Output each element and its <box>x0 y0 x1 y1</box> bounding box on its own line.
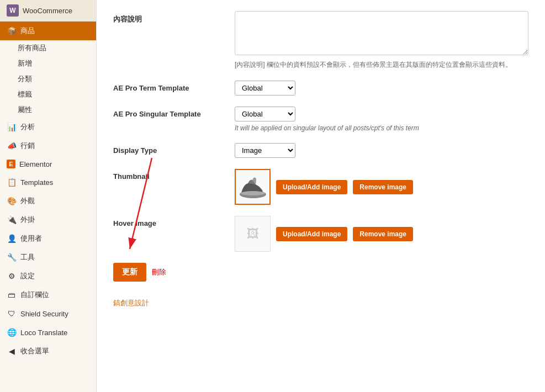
content-desc-control: [內容說明] 欄位中的資料預設不會顯示，但有些佈景主題在其版面的特定位置會顯示這… <box>235 11 528 70</box>
thumbnail-image-box <box>235 169 271 205</box>
users-icon: 👤 <box>7 234 17 243</box>
ae-pro-singular-row: AE Pro Singular Template Global It will … <box>113 107 528 132</box>
sidebar-item-shield-security[interactable]: 🛡 Shield Security <box>0 304 96 323</box>
sidebar-item-tags[interactable]: 標籤 <box>7 87 96 102</box>
display-type-row: Display Type Image <box>113 143 528 158</box>
sidebar-item-loco-translate[interactable]: 🌐 Loco Translate <box>0 323 96 342</box>
sidebar-item-elementor[interactable]: E Elementor <box>0 155 96 173</box>
hover-image-control: 🖼 Upload/Add image Remove image <box>235 216 528 252</box>
sidebar-item-settings[interactable]: ⚙ 設定 <box>0 267 96 285</box>
sidebar-plugins-label: 外掛 <box>20 215 35 225</box>
ae-pro-singular-select[interactable]: Global <box>235 107 295 121</box>
hover-remove-image-button[interactable]: Remove image <box>353 227 413 241</box>
collapse-icon: ◀ <box>7 346 17 356</box>
thumbnail-row: Thumbnail Upload/Add image Remove image <box>113 169 528 205</box>
hover-image-area: 🖼 Upload/Add image Remove image <box>235 216 528 252</box>
woocommerce-label: WooCommerce <box>23 7 72 15</box>
sidebar-analytics-label: 分析 <box>20 122 35 132</box>
shield-security-icon: 🛡 <box>7 309 17 319</box>
sidebar-item-collapse[interactable]: ◀ 收合選單 <box>0 342 96 361</box>
footer-row: 鎬創意設計 <box>113 298 528 308</box>
sidebar-item-plugins[interactable]: 🔌 外掛 <box>0 210 96 229</box>
products-icon: 📦 <box>7 26 17 36</box>
sidebar-shield-label: Shield Security <box>20 310 68 318</box>
products-submenu: 所有商品 新增 分類 標籤 屬性 <box>0 40 96 118</box>
sidebar-custom-fields-label: 自訂欄位 <box>20 290 49 300</box>
ae-pro-term-select[interactable]: Global <box>235 81 295 96</box>
sidebar-item-marketing[interactable]: 📣 行銷 <box>0 136 96 155</box>
display-type-select[interactable]: Image <box>235 143 295 158</box>
svg-point-1 <box>241 191 265 195</box>
sidebar-tools-label: 工具 <box>20 252 35 262</box>
marketing-icon: 📣 <box>7 141 17 151</box>
display-type-control: Image <box>235 143 528 158</box>
hover-image-box: 🖼 <box>235 216 271 252</box>
sidebar-item-products[interactable]: 📦 商品 <box>0 22 96 40</box>
remove-image-button[interactable]: Remove image <box>353 180 413 194</box>
sidebar-loco-label: Loco Translate <box>20 329 67 337</box>
tools-icon: 🔧 <box>7 252 17 262</box>
sidebar: W WooCommerce 📦 商品 所有商品 新增 分類 標籤 屬性 📊 分析… <box>0 0 97 392</box>
templates-icon: 📋 <box>7 177 17 187</box>
analytics-icon: 📊 <box>7 122 17 132</box>
ae-pro-term-row: AE Pro Term Template Global <box>113 81 528 96</box>
sidebar-item-attributes[interactable]: 屬性 <box>7 102 96 118</box>
sidebar-item-appearance[interactable]: 🎨 外觀 <box>0 192 96 210</box>
main-content: 內容說明 [內容說明] 欄位中的資料預設不會顯示，但有些佈景主題在其版面的特定位… <box>97 0 545 392</box>
ae-pro-term-control: Global <box>235 81 528 96</box>
plugins-icon: 🔌 <box>7 215 17 225</box>
sidebar-item-analytics[interactable]: 📊 分析 <box>0 118 96 136</box>
sidebar-collapse-label: 收合選單 <box>20 346 49 356</box>
sidebar-appearance-label: 外觀 <box>20 196 35 206</box>
hover-image-label: Hover Image <box>113 216 235 227</box>
sidebar-item-add-new[interactable]: 新增 <box>7 56 96 71</box>
sidebar-item-categories[interactable]: 分類 <box>7 71 96 87</box>
elementor-icon: E <box>7 160 15 168</box>
update-button[interactable]: 更新 <box>113 263 146 282</box>
sidebar-item-custom-fields[interactable]: 🗃 自訂欄位 <box>0 285 96 304</box>
sidebar-templates-label: Templates <box>20 178 53 187</box>
delete-link[interactable]: 刪除 <box>152 267 166 277</box>
sidebar-item-tools[interactable]: 🔧 工具 <box>0 248 96 267</box>
sidebar-marketing-label: 行銷 <box>20 141 35 151</box>
loco-translate-icon: 🌐 <box>7 327 17 337</box>
thumbnail-control: Upload/Add image Remove image <box>235 169 528 205</box>
shoe-image <box>237 173 269 201</box>
custom-fields-icon: 🗃 <box>7 290 17 300</box>
thumbnail-label: Thumbnail <box>113 169 235 181</box>
hover-image-row: Hover Image 🖼 Upload/Add image Remove im… <box>113 216 528 252</box>
sidebar-item-all-products[interactable]: 所有商品 <box>7 40 96 56</box>
content-desc-row: 內容說明 [內容說明] 欄位中的資料預設不會顯示，但有些佈景主題在其版面的特定位… <box>113 11 528 70</box>
sidebar-item-templates[interactable]: 📋 Templates <box>0 173 96 192</box>
woocommerce-logo: W <box>7 4 19 17</box>
upload-add-image-button[interactable]: Upload/Add image <box>276 180 347 194</box>
ae-pro-term-label: AE Pro Term Template <box>113 81 235 92</box>
hover-upload-add-image-button[interactable]: Upload/Add image <box>276 227 347 241</box>
settings-icon: ⚙ <box>7 271 17 281</box>
sidebar-users-label: 使用者 <box>20 234 42 243</box>
ae-pro-singular-label: AE Pro Singular Template <box>113 107 235 118</box>
ae-pro-singular-control: Global It will be applied on singular la… <box>235 107 528 132</box>
content-desc-hint: [內容說明] 欄位中的資料預設不會顯示，但有些佈景主題在其版面的特定位置會顯示這… <box>235 60 528 70</box>
hover-placeholder-icon: 🖼 <box>247 227 259 241</box>
ae-pro-singular-note: It will be applied on singular layout of… <box>235 124 528 132</box>
woocommerce-header[interactable]: W WooCommerce <box>0 0 96 22</box>
appearance-icon: 🎨 <box>7 196 17 206</box>
sidebar-products-label: 商品 <box>20 26 35 36</box>
display-type-label: Display Type <box>113 143 235 155</box>
sidebar-settings-label: 設定 <box>20 271 35 281</box>
action-row: 更新 刪除 <box>113 263 528 282</box>
sidebar-elementor-label: Elementor <box>19 160 52 168</box>
content-desc-label: 內容說明 <box>113 11 235 24</box>
footer-link[interactable]: 鎬創意設計 <box>113 299 149 307</box>
sidebar-item-users[interactable]: 👤 使用者 <box>0 229 96 248</box>
thumbnail-area: Upload/Add image Remove image <box>235 169 528 205</box>
content-desc-textarea[interactable] <box>235 11 528 55</box>
